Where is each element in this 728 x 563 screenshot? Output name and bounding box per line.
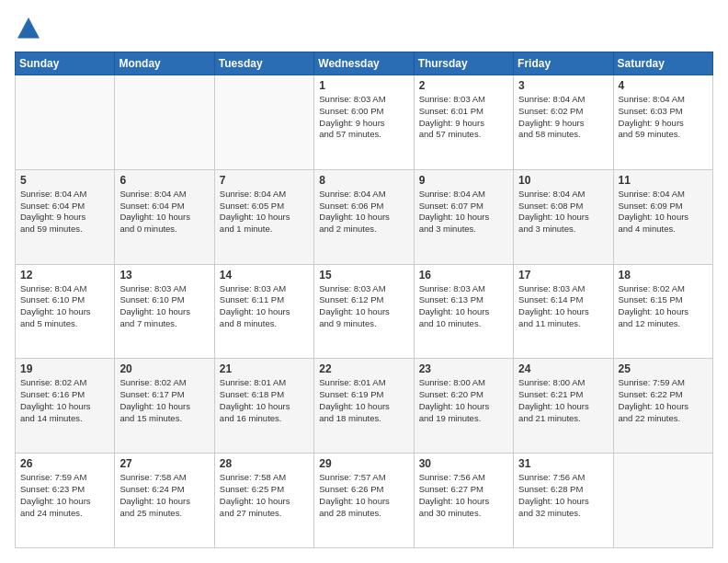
day-cell: 30Sunrise: 7:56 AM Sunset: 6:27 PM Dayli…	[414, 454, 513, 548]
weekday-header-sunday: Sunday	[16, 52, 115, 75]
day-info: Sunrise: 8:02 AM Sunset: 6:17 PM Dayligh…	[119, 377, 209, 424]
day-cell: 26Sunrise: 7:59 AM Sunset: 6:23 PM Dayli…	[16, 454, 115, 548]
day-number: 7	[220, 174, 309, 187]
day-cell	[214, 75, 313, 170]
day-number: 26	[20, 457, 109, 470]
day-number: 31	[518, 457, 608, 470]
day-cell: 3Sunrise: 8:04 AM Sunset: 6:02 PM Daylig…	[514, 75, 613, 170]
day-info: Sunrise: 8:02 AM Sunset: 6:15 PM Dayligh…	[619, 283, 708, 330]
day-info: Sunrise: 8:04 AM Sunset: 6:05 PM Dayligh…	[220, 189, 309, 236]
page: SundayMondayTuesdayWednesdayThursdayFrid…	[0, 0, 728, 563]
day-cell: 12Sunrise: 8:04 AM Sunset: 6:10 PM Dayli…	[16, 264, 115, 359]
day-info: Sunrise: 8:03 AM Sunset: 6:11 PM Dayligh…	[220, 283, 309, 330]
day-number: 8	[319, 174, 408, 187]
day-cell: 7Sunrise: 8:04 AM Sunset: 6:05 PM Daylig…	[214, 169, 313, 264]
day-info: Sunrise: 8:02 AM Sunset: 6:16 PM Dayligh…	[20, 377, 109, 424]
day-number: 24	[518, 362, 608, 375]
day-info: Sunrise: 7:56 AM Sunset: 6:28 PM Dayligh…	[518, 472, 608, 519]
day-info: Sunrise: 7:58 AM Sunset: 6:25 PM Dayligh…	[220, 472, 309, 519]
day-number: 19	[20, 362, 109, 375]
day-info: Sunrise: 8:03 AM Sunset: 6:13 PM Dayligh…	[419, 283, 508, 330]
day-number: 2	[419, 79, 508, 92]
day-number: 30	[419, 457, 508, 470]
weekday-header-friday: Friday	[514, 52, 613, 75]
day-number: 15	[319, 269, 408, 282]
day-cell: 8Sunrise: 8:04 AM Sunset: 6:06 PM Daylig…	[314, 169, 414, 264]
day-info: Sunrise: 8:04 AM Sunset: 6:08 PM Dayligh…	[518, 189, 608, 236]
weekday-header-monday: Monday	[115, 52, 214, 75]
weekday-header-wednesday: Wednesday	[314, 52, 414, 75]
day-info: Sunrise: 8:04 AM Sunset: 6:07 PM Dayligh…	[419, 189, 508, 236]
day-number: 10	[518, 174, 608, 187]
day-info: Sunrise: 8:03 AM Sunset: 6:12 PM Dayligh…	[319, 283, 408, 330]
day-cell: 2Sunrise: 8:03 AM Sunset: 6:01 PM Daylig…	[414, 75, 513, 170]
day-cell: 27Sunrise: 7:58 AM Sunset: 6:24 PM Dayli…	[115, 454, 214, 548]
day-info: Sunrise: 8:04 AM Sunset: 6:06 PM Dayligh…	[319, 189, 408, 236]
day-cell: 24Sunrise: 8:00 AM Sunset: 6:21 PM Dayli…	[514, 359, 613, 454]
day-number: 13	[119, 269, 209, 282]
day-info: Sunrise: 8:03 AM Sunset: 6:00 PM Dayligh…	[319, 94, 408, 141]
day-cell	[613, 454, 712, 548]
day-cell	[115, 75, 214, 170]
day-number: 3	[518, 79, 608, 92]
day-cell: 25Sunrise: 7:59 AM Sunset: 6:22 PM Dayli…	[613, 359, 712, 454]
day-number: 14	[220, 269, 309, 282]
header	[15, 15, 713, 42]
day-number: 28	[220, 457, 309, 470]
day-info: Sunrise: 8:03 AM Sunset: 6:14 PM Dayligh…	[518, 283, 608, 330]
calendar-table: SundayMondayTuesdayWednesdayThursdayFrid…	[15, 52, 713, 548]
week-row-1: 1Sunrise: 8:03 AM Sunset: 6:00 PM Daylig…	[16, 75, 713, 170]
week-row-4: 19Sunrise: 8:02 AM Sunset: 6:16 PM Dayli…	[16, 359, 713, 454]
day-cell: 13Sunrise: 8:03 AM Sunset: 6:10 PM Dayli…	[115, 264, 214, 359]
day-info: Sunrise: 8:04 AM Sunset: 6:02 PM Dayligh…	[518, 94, 608, 141]
logo	[15, 15, 46, 42]
day-number: 25	[619, 362, 708, 375]
weekday-header-saturday: Saturday	[613, 52, 712, 75]
day-number: 12	[20, 269, 109, 282]
general-blue-logo-icon	[15, 15, 42, 42]
day-info: Sunrise: 7:56 AM Sunset: 6:27 PM Dayligh…	[419, 472, 508, 519]
week-row-2: 5Sunrise: 8:04 AM Sunset: 6:04 PM Daylig…	[16, 169, 713, 264]
day-cell: 21Sunrise: 8:01 AM Sunset: 6:18 PM Dayli…	[214, 359, 313, 454]
day-cell: 9Sunrise: 8:04 AM Sunset: 6:07 PM Daylig…	[414, 169, 513, 264]
day-info: Sunrise: 8:04 AM Sunset: 6:09 PM Dayligh…	[619, 189, 708, 236]
day-cell: 22Sunrise: 8:01 AM Sunset: 6:19 PM Dayli…	[314, 359, 414, 454]
weekday-header-tuesday: Tuesday	[214, 52, 313, 75]
day-number: 20	[119, 362, 209, 375]
day-number: 21	[220, 362, 309, 375]
day-info: Sunrise: 7:59 AM Sunset: 6:22 PM Dayligh…	[619, 377, 708, 424]
day-number: 11	[619, 174, 708, 187]
day-info: Sunrise: 8:03 AM Sunset: 6:10 PM Dayligh…	[119, 283, 209, 330]
day-number: 27	[119, 457, 209, 470]
day-number: 22	[319, 362, 408, 375]
day-number: 5	[20, 174, 109, 187]
day-cell: 14Sunrise: 8:03 AM Sunset: 6:11 PM Dayli…	[214, 264, 313, 359]
day-info: Sunrise: 8:04 AM Sunset: 6:04 PM Dayligh…	[20, 189, 109, 236]
week-row-5: 26Sunrise: 7:59 AM Sunset: 6:23 PM Dayli…	[16, 454, 713, 548]
day-cell: 17Sunrise: 8:03 AM Sunset: 6:14 PM Dayli…	[514, 264, 613, 359]
day-cell: 5Sunrise: 8:04 AM Sunset: 6:04 PM Daylig…	[16, 169, 115, 264]
day-number: 9	[419, 174, 508, 187]
day-info: Sunrise: 8:00 AM Sunset: 6:21 PM Dayligh…	[518, 377, 608, 424]
day-info: Sunrise: 8:04 AM Sunset: 6:04 PM Dayligh…	[119, 189, 209, 236]
weekday-header-row: SundayMondayTuesdayWednesdayThursdayFrid…	[16, 52, 713, 75]
day-cell: 6Sunrise: 8:04 AM Sunset: 6:04 PM Daylig…	[115, 169, 214, 264]
day-cell: 1Sunrise: 8:03 AM Sunset: 6:00 PM Daylig…	[314, 75, 414, 170]
day-cell: 19Sunrise: 8:02 AM Sunset: 6:16 PM Dayli…	[16, 359, 115, 454]
day-info: Sunrise: 8:04 AM Sunset: 6:03 PM Dayligh…	[619, 94, 708, 141]
day-cell: 10Sunrise: 8:04 AM Sunset: 6:08 PM Dayli…	[514, 169, 613, 264]
day-cell: 15Sunrise: 8:03 AM Sunset: 6:12 PM Dayli…	[314, 264, 414, 359]
day-number: 4	[619, 79, 708, 92]
day-cell: 4Sunrise: 8:04 AM Sunset: 6:03 PM Daylig…	[613, 75, 712, 170]
day-number: 23	[419, 362, 508, 375]
day-number: 16	[419, 269, 508, 282]
day-info: Sunrise: 7:57 AM Sunset: 6:26 PM Dayligh…	[319, 472, 408, 519]
day-cell: 20Sunrise: 8:02 AM Sunset: 6:17 PM Dayli…	[115, 359, 214, 454]
weekday-header-thursday: Thursday	[414, 52, 513, 75]
day-info: Sunrise: 8:03 AM Sunset: 6:01 PM Dayligh…	[419, 94, 508, 141]
day-info: Sunrise: 7:59 AM Sunset: 6:23 PM Dayligh…	[20, 472, 109, 519]
day-cell: 31Sunrise: 7:56 AM Sunset: 6:28 PM Dayli…	[514, 454, 613, 548]
day-info: Sunrise: 8:01 AM Sunset: 6:19 PM Dayligh…	[319, 377, 408, 424]
day-number: 6	[119, 174, 209, 187]
day-cell	[16, 75, 115, 170]
